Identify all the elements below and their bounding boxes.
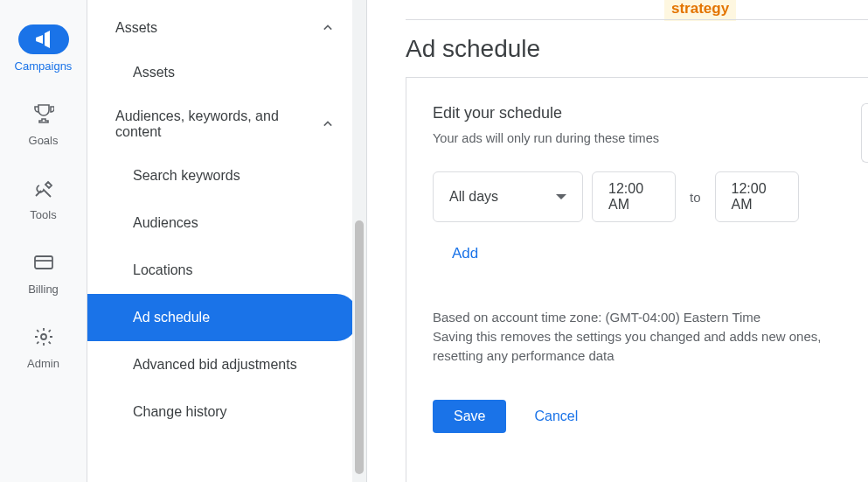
- gear-icon: [33, 326, 54, 347]
- nav-group-label: Audiences, keywords, and content: [115, 108, 308, 140]
- svg-rect-0: [35, 256, 52, 269]
- nav-child-audiences[interactable]: Audiences: [87, 199, 352, 247]
- iconbar-label: Admin: [27, 357, 59, 370]
- iconbar: Campaigns Goals Tools Billing Admin: [0, 0, 87, 482]
- nav-child-advanced-bid[interactable]: Advanced bid adjustments: [87, 341, 352, 388]
- iconbar-item-admin[interactable]: Admin: [0, 313, 87, 388]
- day-select[interactable]: All days: [433, 171, 583, 222]
- nav-child-assets[interactable]: Assets: [87, 49, 352, 96]
- panel-title: Edit your schedule: [433, 104, 868, 122]
- chevron-up-icon: [319, 19, 337, 37]
- nav-group-audiences[interactable]: Audiences, keywords, and content: [87, 96, 366, 152]
- panel-subtitle: Your ads will only run during these time…: [433, 131, 868, 145]
- to-label: to: [684, 190, 706, 205]
- iconbar-item-tools[interactable]: Tools: [0, 164, 87, 239]
- iconbar-item-goals[interactable]: Goals: [0, 90, 87, 164]
- trophy-icon: [33, 103, 54, 124]
- iconbar-label: Campaigns: [15, 59, 73, 73]
- iconbar-label: Billing: [28, 283, 59, 296]
- from-time-input[interactable]: 12:00 AM: [592, 171, 676, 222]
- iconbar-pill: [18, 99, 69, 129]
- iconbar-pill: [18, 322, 69, 352]
- divider: [406, 19, 868, 20]
- main: strategy Ad schedule Edit your schedule …: [367, 0, 868, 482]
- iconbar-label: Tools: [30, 208, 56, 221]
- sidebar: Assets Assets Audiences, keywords, and c…: [87, 0, 367, 482]
- to-time-input[interactable]: 12:00 AM: [715, 171, 799, 222]
- schedule-row: All days 12:00 AM to 12:00 AM: [433, 171, 868, 222]
- note-line2: Saving this removes the settings you cha…: [433, 327, 861, 366]
- iconbar-pill: [18, 173, 69, 203]
- nav-child-search-keywords[interactable]: Search keywords: [87, 152, 352, 199]
- iconbar-pill: [18, 24, 69, 54]
- card-icon: [33, 252, 54, 273]
- cancel-button[interactable]: Cancel: [527, 400, 585, 433]
- add-link[interactable]: Add: [433, 245, 868, 262]
- nav-group-label: Assets: [115, 20, 157, 36]
- panel-note: Based on account time zone: (GMT-04:00) …: [433, 308, 861, 365]
- nav-child-locations[interactable]: Locations: [87, 247, 352, 294]
- iconbar-item-billing[interactable]: Billing: [0, 239, 87, 313]
- tools-icon: [33, 178, 54, 199]
- note-line1: Based on account time zone: (GMT-04:00) …: [433, 308, 861, 327]
- page-title: Ad schedule: [406, 35, 540, 63]
- panel: Edit your schedule Your ads will only ru…: [406, 77, 868, 482]
- sidebar-scrollbar[interactable]: [352, 0, 366, 482]
- iconbar-label: Goals: [29, 134, 59, 147]
- button-row: Save Cancel: [433, 400, 868, 433]
- banner-fragment: strategy: [664, 0, 736, 21]
- svg-point-2: [41, 334, 46, 339]
- nav-child-ad-schedule[interactable]: Ad schedule: [87, 294, 358, 341]
- iconbar-item-campaigns[interactable]: Campaigns: [0, 16, 87, 90]
- megaphone-icon: [33, 29, 54, 50]
- sidebar-scroll-thumb[interactable]: [355, 220, 364, 474]
- chevron-down-icon: [556, 194, 566, 199]
- nav-group-assets[interactable]: Assets: [87, 7, 366, 49]
- iconbar-pill: [18, 248, 69, 277]
- save-button[interactable]: Save: [433, 400, 506, 433]
- day-select-value: All days: [449, 189, 498, 205]
- chevron-up-icon: [319, 115, 337, 133]
- nav-child-change-history[interactable]: Change history: [87, 388, 352, 436]
